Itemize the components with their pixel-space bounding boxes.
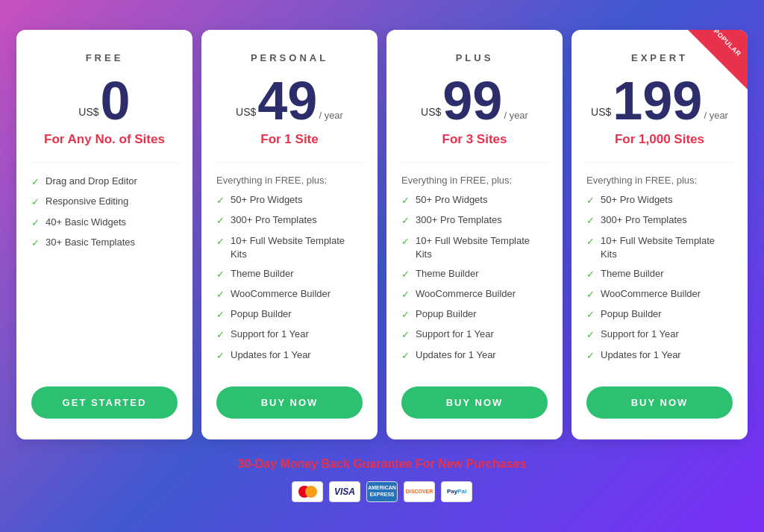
check-icon: ✓	[31, 195, 40, 209]
price-number: 49	[257, 74, 317, 128]
feature-item: ✓ Support for 1 Year	[401, 328, 548, 342]
feature-item: ✓ Theme Builder	[586, 267, 733, 281]
currency-label: US$	[591, 107, 611, 117]
feature-list: ✓ 50+ Pro Widgets ✓ 300+ Pro Templates ✓…	[401, 193, 548, 369]
check-icon: ✓	[401, 235, 410, 248]
feature-item: ✓ 10+ Full Website Template Kits	[401, 234, 548, 261]
feature-item: ✓ Theme Builder	[401, 267, 548, 281]
mc-circle-yellow	[305, 486, 317, 498]
feature-text: 50+ Pro Widgets	[231, 193, 302, 207]
feature-item: ✓ WooCommerce Builder	[401, 287, 548, 301]
sites-label: For 3 Sites	[401, 132, 548, 147]
price-row: US$ 0	[31, 74, 178, 128]
cta-button[interactable]: BUY NOW	[586, 387, 733, 419]
feature-text: Updates for 1 Year	[231, 348, 311, 362]
price-row: US$ 99 / year	[401, 74, 548, 128]
plan-name: PERSONAL	[216, 52, 363, 63]
feature-item: ✓ Support for 1 Year	[586, 328, 733, 342]
feature-item: ✓ 50+ Pro Widgets	[401, 193, 548, 207]
feature-text: Popup Builder	[231, 307, 292, 321]
cta-button[interactable]: GET STARTED	[31, 387, 178, 419]
feature-text: Drag and Drop Editor	[46, 175, 137, 188]
check-icon: ✓	[586, 194, 595, 207]
mastercard-circles	[298, 486, 317, 498]
sites-label: For Any No. of Sites	[31, 132, 178, 147]
check-icon: ✓	[586, 235, 595, 248]
mastercard-icon	[292, 481, 323, 502]
payment-icons: VISA AMERICANEXPRESS DISCOVER PayPal	[16, 481, 748, 502]
divider	[216, 162, 363, 163]
feature-item: ✓ 30+ Basic Templates	[31, 236, 178, 250]
visa-icon: VISA	[329, 481, 360, 502]
plan-card-personal: PERSONAL US$ 49 / year For 1 Site Everyt…	[201, 30, 378, 439]
feature-item: ✓ 50+ Pro Widgets	[216, 193, 363, 207]
everything-text: Everything in FREE, plus:	[401, 175, 548, 186]
paypal-icon: PayPal	[441, 481, 472, 502]
feature-text: 10+ Full Website Template Kits	[416, 234, 548, 261]
check-icon: ✓	[216, 268, 225, 281]
feature-text: WooCommerce Builder	[601, 287, 701, 301]
divider	[31, 162, 178, 163]
plan-name: FREE	[31, 52, 178, 63]
feature-text: 40+ Basic Widgets	[46, 216, 126, 229]
feature-text: WooCommerce Builder	[416, 287, 516, 301]
feature-item: ✓ 50+ Pro Widgets	[586, 193, 733, 207]
feature-text: 300+ Pro Templates	[601, 213, 687, 227]
feature-item: ✓ 40+ Basic Widgets	[31, 216, 178, 230]
check-icon: ✓	[31, 216, 40, 230]
cta-button[interactable]: BUY NOW	[216, 387, 363, 419]
feature-text: Responsive Editing	[46, 195, 128, 208]
check-icon: ✓	[401, 214, 410, 228]
feature-text: 50+ Pro Widgets	[601, 193, 672, 207]
plan-card-expert: POPULAR EXPERT US$ 199 / year For 1,000 …	[572, 30, 748, 439]
check-icon: ✓	[586, 308, 595, 322]
feature-text: 30+ Basic Templates	[46, 236, 135, 249]
popular-badge-text: POPULAR	[707, 30, 748, 63]
check-icon: ✓	[216, 235, 225, 248]
everything-text: Everything in FREE, plus:	[216, 175, 363, 186]
check-icon: ✓	[586, 268, 595, 281]
feature-item: ✓ Theme Builder	[216, 267, 363, 281]
per-year: / year	[319, 110, 343, 120]
check-icon: ✓	[401, 288, 410, 301]
feature-text: Support for 1 Year	[231, 328, 309, 341]
check-icon: ✓	[401, 328, 410, 342]
feature-item: ✓ 10+ Full Website Template Kits	[216, 234, 363, 261]
everything-text: Everything in FREE, plus:	[586, 175, 733, 186]
pricing-wrapper: FREE US$ 0 For Any No. of Sites ✓ Drag a…	[16, 30, 748, 502]
cta-button[interactable]: BUY NOW	[401, 387, 548, 419]
check-icon: ✓	[401, 349, 410, 363]
check-icon: ✓	[401, 194, 410, 207]
popular-badge: POPULAR	[688, 30, 748, 90]
feature-text: 300+ Pro Templates	[231, 213, 317, 227]
feature-item: ✓ Updates for 1 Year	[216, 348, 363, 363]
check-icon: ✓	[216, 308, 225, 322]
feature-text: Theme Builder	[416, 267, 479, 281]
currency-label: US$	[78, 107, 98, 117]
feature-text: Popup Builder	[416, 307, 477, 321]
feature-item: ✓ Updates for 1 Year	[586, 348, 733, 363]
price-number: 0	[101, 74, 131, 128]
price-row: US$ 49 / year	[216, 74, 363, 128]
feature-list: ✓ Drag and Drop Editor ✓ Responsive Edit…	[31, 175, 178, 369]
check-icon: ✓	[401, 268, 410, 281]
guarantee-text: 30-Day Money Back Guarantee For New Purc…	[16, 457, 748, 471]
currency-label: US$	[421, 107, 441, 117]
plan-card-plus: PLUS US$ 99 / year For 3 Sites Everythin…	[386, 30, 563, 439]
check-icon: ✓	[31, 237, 40, 250]
feature-text: 50+ Pro Widgets	[416, 193, 487, 207]
per-year: / year	[504, 110, 528, 120]
feature-text: 10+ Full Website Template Kits	[231, 234, 363, 261]
feature-text: Updates for 1 Year	[416, 348, 496, 362]
feature-text: 10+ Full Website Template Kits	[601, 234, 733, 261]
divider	[586, 162, 733, 163]
currency-label: US$	[236, 107, 256, 117]
amex-icon: AMERICANEXPRESS	[366, 481, 398, 502]
feature-text: Support for 1 Year	[601, 328, 679, 341]
check-icon: ✓	[31, 175, 40, 189]
check-icon: ✓	[216, 288, 225, 301]
feature-text: Theme Builder	[601, 267, 664, 281]
check-icon: ✓	[586, 214, 595, 228]
check-icon: ✓	[216, 194, 225, 207]
feature-item: ✓ 300+ Pro Templates	[586, 213, 733, 228]
